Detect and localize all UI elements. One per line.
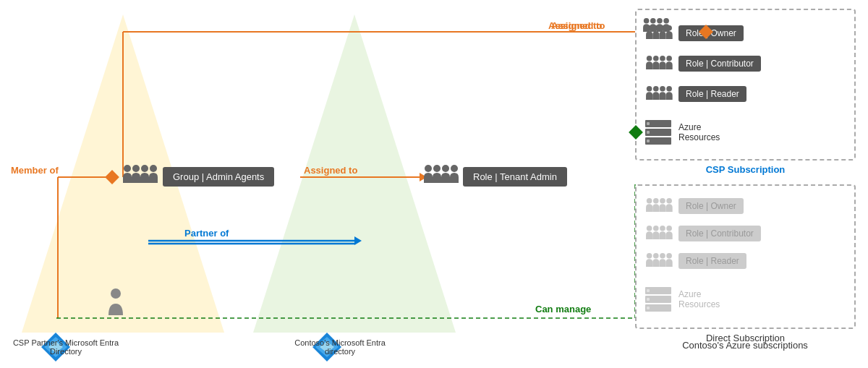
svg-point-31 (660, 86, 665, 92)
svg-point-49 (660, 253, 665, 259)
svg-rect-38 (647, 140, 650, 142)
direct-role-reader-label: Role | Reader (678, 253, 746, 269)
assigned-to-label-mid: Assigned to (304, 165, 357, 176)
svg-point-50 (666, 253, 672, 259)
svg-point-39 (647, 198, 652, 204)
single-person (107, 288, 124, 317)
csp-role-contributor-label: Role | Contributor (678, 56, 761, 72)
svg-point-45 (660, 226, 665, 231)
csp-azure-resources: AzureResources (644, 119, 720, 146)
diamond-csp (629, 125, 643, 140)
svg-point-16 (425, 165, 432, 172)
tenant-admin-badge: Role | Tenant Admin (463, 167, 567, 187)
svg-point-15 (150, 165, 157, 172)
svg-point-26 (653, 56, 659, 61)
csp-subscription-label: CSP Subscription (706, 164, 786, 175)
svg-rect-54 (647, 289, 650, 292)
svg-point-66 (663, 18, 669, 24)
svg-point-65 (657, 18, 663, 24)
azure-subscriptions-caption: Contoso's Azure subscriptions (637, 340, 854, 351)
svg-point-41 (660, 198, 665, 204)
svg-point-25 (647, 56, 652, 61)
people-group-left (120, 163, 160, 190)
direct-role-reader-row: Role | Reader (644, 251, 746, 271)
partner-of-label: Partner of (184, 228, 229, 239)
people-csp-owner (641, 16, 671, 38)
assigned-to-top: Assigned to (551, 20, 605, 31)
direct-role-owner-row: Role | Owner (644, 196, 744, 216)
svg-point-18 (442, 165, 449, 172)
svg-rect-56 (647, 307, 650, 309)
csp-azure-resources-label: AzureResources (678, 122, 720, 142)
svg-rect-55 (647, 298, 650, 301)
contoso-label: Contoso's Microsoft Entra directory (282, 338, 398, 356)
svg-point-29 (647, 86, 652, 92)
direct-role-contributor-row: Role | Contributor (644, 223, 761, 244)
direct-role-owner-label: Role | Owner (678, 198, 744, 214)
svg-point-42 (666, 198, 672, 204)
admin-agents-badge: Group | Admin Agents (163, 167, 274, 187)
svg-point-28 (666, 56, 672, 61)
svg-point-20 (111, 288, 121, 299)
csp-partner-label: CSP Partner's Microsoft Entra Directory (12, 338, 120, 356)
svg-point-13 (132, 165, 140, 172)
svg-rect-37 (647, 131, 650, 134)
svg-point-27 (660, 56, 665, 61)
svg-point-14 (141, 165, 148, 172)
diagram-container: Assigned to Member of Group (0, 0, 868, 368)
svg-point-12 (124, 165, 131, 172)
member-of-label: Member of (11, 165, 59, 176)
svg-rect-36 (647, 122, 650, 125)
direct-subscription-box: Role | Owner Role | Contributor (635, 184, 856, 329)
svg-point-17 (433, 165, 441, 172)
svg-point-19 (451, 165, 458, 172)
people-group-right (421, 163, 461, 190)
svg-point-30 (653, 86, 659, 92)
direct-azure-resources: AzureResources (644, 286, 720, 313)
csp-role-reader-label: Role | Reader (678, 86, 746, 102)
svg-point-64 (650, 18, 656, 24)
svg-point-46 (666, 226, 672, 231)
can-manage-label: Can manage (535, 304, 591, 314)
svg-point-43 (647, 226, 652, 231)
svg-point-47 (647, 253, 652, 259)
direct-azure-resources-label: AzureResources (678, 289, 720, 309)
svg-point-32 (666, 86, 672, 92)
svg-point-48 (653, 253, 659, 259)
svg-point-44 (653, 226, 659, 231)
svg-point-63 (644, 18, 650, 24)
csp-role-contributor-row: Role | Contributor (644, 54, 761, 74)
svg-point-40 (653, 198, 659, 204)
direct-role-contributor-label: Role | Contributor (678, 226, 761, 241)
csp-role-reader-row: Role | Reader (644, 84, 746, 104)
